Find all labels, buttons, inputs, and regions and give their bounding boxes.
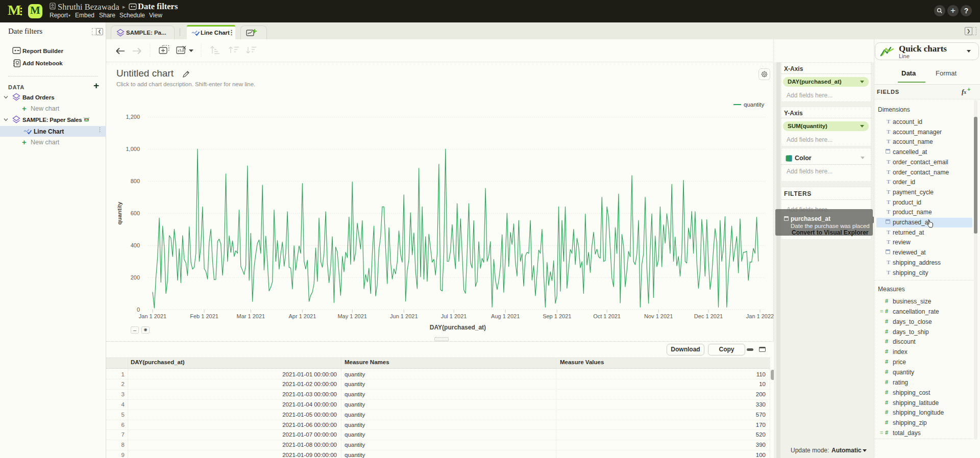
- svg-text:Apr 1 2021: Apr 1 2021: [288, 313, 316, 319]
- svg-text:200: 200: [131, 274, 140, 281]
- svg-text:1,200: 1,200: [126, 114, 140, 120]
- svg-text:Mar 1 2021: Mar 1 2021: [237, 313, 265, 319]
- svg-text:1,000: 1,000: [126, 146, 140, 152]
- svg-text:Oct 1 2021: Oct 1 2021: [593, 313, 621, 319]
- svg-text:DAY(purchased_at): DAY(purchased_at): [430, 324, 486, 331]
- svg-text:400: 400: [131, 242, 140, 248]
- svg-text:Nov 1 2021: Nov 1 2021: [644, 313, 673, 319]
- svg-text:600: 600: [131, 210, 140, 216]
- svg-text:quantity: quantity: [744, 101, 765, 108]
- svg-text:800: 800: [131, 178, 140, 184]
- svg-text:Dec 1 2021: Dec 1 2021: [694, 313, 723, 319]
- svg-text:Sep 1 2021: Sep 1 2021: [543, 313, 571, 319]
- svg-text:Jun 1 2021: Jun 1 2021: [390, 313, 418, 319]
- svg-text:Jul 1 2021: Jul 1 2021: [441, 313, 467, 319]
- svg-text:Jan 1 2022: Jan 1 2022: [746, 313, 774, 319]
- svg-text:quantity: quantity: [116, 201, 122, 224]
- svg-text:May 1 2021: May 1 2021: [337, 313, 366, 319]
- svg-text:Feb 1 2021: Feb 1 2021: [190, 313, 218, 319]
- svg-text:Aug 1 2021: Aug 1 2021: [491, 313, 520, 319]
- svg-text:Jan 1 2021: Jan 1 2021: [139, 313, 166, 319]
- svg-text:0: 0: [137, 307, 140, 313]
